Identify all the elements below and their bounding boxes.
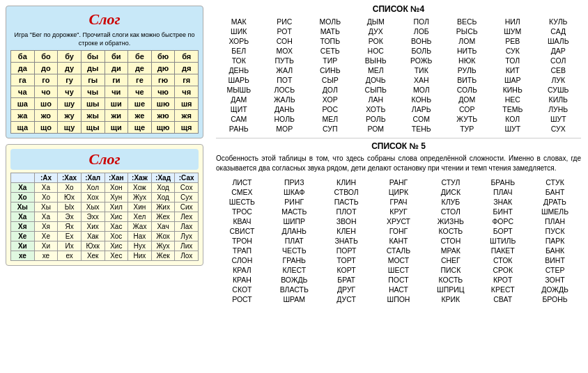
- list4-word: ЖАЛЬ: [262, 95, 308, 104]
- list5-word: СТУЛ: [424, 177, 477, 187]
- syllable-cell: щя: [175, 122, 199, 134]
- row-header-cell: хе: [11, 251, 35, 261]
- syllable-cell: жо: [34, 110, 58, 122]
- list4-word: МОЛ: [399, 85, 444, 95]
- list4-grid: МАКРИСМОЛЬДЫМПОЛВЕСЬНИЛКУЛЬШИКРОТМАТЬДУХ…: [216, 17, 581, 134]
- list4-word: КУЛЬ: [536, 17, 582, 26]
- syllable-cell: ге: [128, 74, 152, 86]
- syllable-cell: де: [128, 63, 152, 74]
- list4-word: НОС: [353, 46, 399, 56]
- list5-word: МАСТЬ: [268, 207, 320, 216]
- syllable-cell2: Хя: [34, 222, 58, 232]
- list4-word: СОМ: [399, 114, 444, 124]
- syllable-cell2: Лих: [175, 241, 199, 251]
- list5-word: ДРУГ: [320, 285, 373, 294]
- list4-word: ТИР: [307, 56, 353, 65]
- syllable-cell: гя: [175, 74, 199, 86]
- list4-word: МОР: [262, 124, 308, 134]
- syllable-cell: чу: [58, 86, 82, 98]
- col-header-cell: :Хах: [58, 173, 82, 183]
- list4-word: ХОР: [307, 95, 353, 104]
- list5-word: КЛИН: [320, 177, 373, 187]
- list4-word: БОЛЬ: [399, 46, 444, 56]
- list5-word: СТОК: [477, 255, 529, 265]
- list5-word: ЖИЗНЬ: [424, 216, 477, 226]
- list5-word: ДОЖДЬ: [529, 285, 581, 294]
- syllable-cell: шя: [175, 98, 199, 110]
- list4-word: ДОЧЬ: [353, 75, 399, 85]
- syllable-cell: щю: [151, 122, 175, 134]
- syllable-cell2: Жох: [151, 232, 175, 241]
- row-header-cell: Ха: [11, 183, 35, 193]
- game-title-bottom: Слог: [10, 149, 199, 170]
- list5-word: ПАРК: [529, 236, 581, 246]
- list4-word: ШУМ: [490, 26, 536, 36]
- list5-word: СКОТ: [216, 285, 268, 294]
- list4-word: ДЫМ: [353, 17, 399, 26]
- list4-word: КИНЬ: [490, 85, 536, 95]
- list5-word: БАНК: [529, 246, 581, 255]
- list4-word: КИЛЬ: [536, 95, 582, 104]
- list5-word: ШЕСТ: [373, 265, 425, 275]
- list4-word: ЖАЛ: [262, 65, 308, 75]
- list4-word: САМ: [216, 114, 262, 124]
- list5-word: ГРАЧ: [373, 197, 425, 207]
- list5-word: ПАКЕТ: [477, 246, 529, 255]
- list4-word: РИС: [262, 17, 308, 26]
- list4-word: ШАР: [490, 75, 536, 85]
- syllable-cell2: Жек: [151, 251, 175, 261]
- syllable-cell2: Жех: [151, 212, 175, 222]
- list4-word: СЕВ: [536, 65, 582, 75]
- list4-word: КОНЬ: [399, 95, 444, 104]
- syllable-cell2: Хых: [81, 203, 105, 212]
- list4-word: ДУХ: [353, 26, 399, 36]
- list5-word: ПЛАТ: [268, 236, 320, 246]
- list5-word: БРАТ: [320, 275, 373, 285]
- list5-word: КЛЕСТ: [268, 265, 320, 275]
- col-header-cell: :Сах: [175, 173, 199, 183]
- syllable-cell2: Ых: [58, 203, 82, 212]
- syllable-cell: до: [34, 63, 58, 74]
- list5-word: СТВОЛ: [320, 187, 373, 197]
- list5-word: ДУСТ: [320, 294, 373, 304]
- list5-word: ПЛАЧ: [477, 187, 529, 197]
- syllable-cell: щы: [81, 122, 105, 134]
- list5-word: КРИК: [424, 294, 477, 304]
- slог-title-top: Слог: [88, 10, 120, 29]
- syllable-cell2: Ха: [34, 183, 58, 193]
- syllable-cell2: Ха: [34, 212, 58, 222]
- syllable-cell: же: [128, 110, 152, 122]
- syllable-cell: жю: [151, 110, 175, 122]
- syllable-cell2: Хил: [105, 203, 128, 212]
- syllable-cell2: Лах: [175, 222, 199, 232]
- syllable-cell2: Эхх: [81, 212, 105, 222]
- col-header-cell: :Хал: [81, 173, 105, 183]
- syllable-cell: жя: [175, 110, 199, 122]
- list4-word: СУП: [307, 124, 353, 134]
- syllable-table-bottom: :Ах:Хах:Хал:Хан:Хаж:Хад:Сах ХаХаХоХолХон…: [10, 173, 199, 261]
- syllable-cell2: Лех: [175, 212, 199, 222]
- list4-word: ЛАРЬ: [399, 104, 444, 114]
- list5-word: БРОНЬ: [529, 294, 581, 304]
- syllable-cell2: Ход: [151, 193, 175, 203]
- syllable-cell: гю: [151, 74, 175, 86]
- list5-word: ПРИЗ: [268, 177, 320, 187]
- list5-word: ЧЕСТЬ: [268, 246, 320, 255]
- list5-word: СВИСТ: [216, 226, 268, 236]
- list5-word: ВЛАСТЬ: [268, 285, 320, 294]
- syllable-cell2: Хел: [128, 212, 152, 222]
- syllable-cell2: Хин: [128, 203, 152, 212]
- syllable-cell: ша: [11, 98, 35, 110]
- right-panel: СПИСОК №4 МАКРИСМОЛЬДЫМПОЛВЕСЬНИЛКУЛЬШИК…: [209, 0, 588, 373]
- list4-word: ПОЛ: [399, 17, 444, 26]
- syllable-cell: бя: [175, 51, 199, 63]
- syllable-cell: ши: [105, 98, 128, 110]
- syllable-cell2: Ех: [58, 232, 82, 241]
- syllable-cell: ба: [11, 51, 35, 63]
- syllable-cell: бю: [151, 51, 175, 63]
- list5-word: ДЛАНЬ: [268, 226, 320, 236]
- list5-word: ПИСК: [424, 265, 477, 275]
- syllable-cell: чо: [34, 86, 58, 98]
- syllable-cell2: Хос: [105, 232, 128, 241]
- list5-word: ЦИРК: [373, 187, 425, 197]
